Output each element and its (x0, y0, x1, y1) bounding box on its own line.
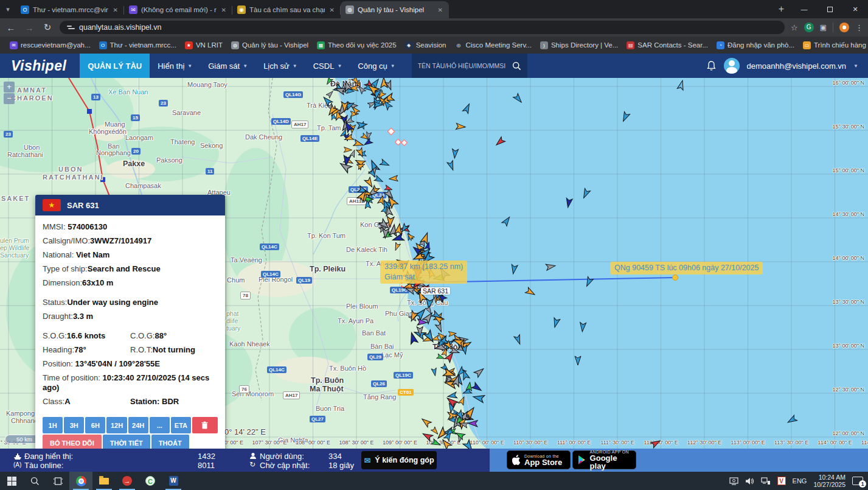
selected-ship-map-label[interactable]: SAR 631 (421, 287, 450, 295)
v-tray-app-icon[interactable]: V (777, 477, 786, 485)
ship-marker[interactable] (436, 354, 445, 361)
taskbar-chrome-button[interactable] (69, 472, 92, 490)
ship-marker[interactable] (584, 277, 593, 288)
ship-marker[interactable] (431, 427, 440, 436)
feedback-button[interactable]: ✉ Ý kiến đóng góp (361, 451, 437, 469)
zoom-in-button[interactable]: + (4, 82, 15, 93)
ship-search-input[interactable] (418, 62, 512, 69)
ship-marker[interactable] (431, 439, 442, 447)
tab-search-icon[interactable]: ▾ (0, 1, 16, 17)
history-button-[interactable]: ... (150, 417, 170, 433)
new-tab-button[interactable]: + (771, 4, 791, 15)
bookmark-item[interactable]: ▤SAR Contacts - Sear... (623, 40, 712, 51)
action-button-th-i-ti-t[interactable]: THỜI TIẾT (103, 435, 150, 449)
map-canvas[interactable]: 16° 00' 00" N15° 30' 00" N15° 00' 00" N1… (0, 78, 868, 449)
maximize-button[interactable] (817, 0, 842, 18)
history-button-1h[interactable]: 1H (43, 417, 63, 433)
search-icon[interactable] (512, 61, 521, 71)
ship-marker[interactable] (422, 431, 433, 441)
bookmark-item[interactable]: ◔Đăng nhập văn phò... (713, 40, 798, 51)
ship-marker[interactable] (502, 215, 512, 226)
ship-marker[interactable] (406, 232, 414, 240)
bookmark-item[interactable]: ✉rescuevietnam@yah... (6, 40, 94, 51)
ship-marker[interactable] (344, 147, 352, 153)
taskbar-explorer-button[interactable] (92, 472, 116, 490)
action-button-tho-t[interactable]: THOÁT (151, 435, 189, 449)
bookmark-item[interactable]: ◎Cisco Meeting Serv... (451, 40, 535, 51)
ship-marker[interactable] (380, 159, 390, 168)
ship-marker[interactable] (357, 85, 366, 94)
googleplay-badge[interactable]: ANDROID APP ON Google play (572, 450, 636, 469)
taskbar-green-app-button[interactable]: C (139, 472, 162, 490)
ship-marker[interactable] (431, 368, 438, 376)
network-icon[interactable] (761, 477, 771, 485)
ship-marker[interactable] (456, 123, 466, 130)
ship-marker[interactable] (473, 393, 485, 403)
url-omnibox[interactable]: quanlytau.ais.vishipel.vn (60, 21, 785, 34)
ship-marker[interactable] (463, 103, 472, 114)
ship-marker[interactable] (374, 175, 384, 184)
ship-marker[interactable] (575, 356, 581, 365)
bookmark-item[interactable]: OThư - vietnam.mrcc... (95, 40, 180, 51)
tab-close-icon[interactable]: ✕ (112, 7, 119, 13)
brand-logo[interactable]: Vishipel (0, 58, 80, 74)
history-button-6h[interactable]: 6H (85, 417, 105, 433)
ship-marker[interactable] (786, 415, 797, 425)
ship-marker[interactable] (471, 382, 483, 393)
ship-marker[interactable] (474, 366, 485, 377)
profile-avatar-icon[interactable] (839, 23, 849, 32)
ship-marker[interactable] (579, 323, 586, 332)
ship-marker[interactable] (510, 264, 518, 275)
menu-item-qu-n-l-t-u[interactable]: QUẢN LÝ TÀU (80, 54, 150, 78)
ship-marker[interactable] (326, 89, 335, 98)
ship-marker[interactable] (565, 198, 572, 208)
taskbar-red-app-button[interactable]: → (116, 472, 139, 490)
grammarly-extension-icon[interactable]: G (804, 23, 814, 32)
ship-marker[interactable] (389, 175, 398, 182)
bookmark-item[interactable]: ◍Quản lý tàu - Vishipel (227, 40, 312, 51)
menu-item-l-ch-s-[interactable]: Lịch sử▼ (255, 54, 305, 78)
menu-item-csdl[interactable]: CSDL▼ (305, 54, 350, 78)
browser-tab[interactable]: ◍Quản lý tàu - Vishipel✕ (341, 1, 449, 18)
bookmark-item[interactable]: ▭Trình chiếu hàng ng... (799, 40, 868, 51)
extensions-puzzle-icon[interactable]: ▣ (820, 23, 827, 32)
ship-marker[interactable] (393, 242, 400, 251)
ship-marker[interactable] (495, 137, 505, 147)
menu-item-gi-m-s-t[interactable]: Giám sát▼ (200, 54, 255, 78)
ship-marker[interactable] (424, 330, 437, 344)
browser-tab[interactable]: ✉(Không có email mới) - rescuevi✕ (124, 1, 232, 18)
taskbar-clock[interactable]: 10:24 AM 10/27/2025 (813, 474, 845, 488)
ship-marker[interactable] (620, 112, 630, 123)
taskbar-word-button[interactable]: W (162, 472, 185, 490)
popup-header[interactable]: ★ SAR 631 (35, 195, 225, 215)
remote-device-icon[interactable] (729, 477, 738, 485)
history-button-3h[interactable]: 3H (64, 417, 84, 433)
bookmark-item[interactable]: ◈Seavision (401, 40, 450, 51)
minimize-button[interactable]: — (791, 0, 817, 18)
ship-marker[interactable] (552, 318, 560, 328)
ship-marker[interactable] (451, 149, 458, 159)
volume-icon[interactable] (745, 477, 754, 485)
ship-marker[interactable] (514, 335, 523, 346)
bookmark-star-icon[interactable]: ☆ (791, 23, 798, 32)
close-button[interactable]: ✕ (842, 0, 868, 18)
browser-menu-icon[interactable]: ⋮ (855, 23, 863, 32)
user-avatar[interactable] (724, 58, 740, 74)
ship-marker[interactable] (581, 189, 590, 200)
ship-marker[interactable] (468, 420, 477, 427)
task-view-button[interactable] (46, 472, 69, 490)
ship-marker[interactable] (436, 323, 444, 333)
ship-marker[interactable] (513, 93, 524, 104)
chevron-down-icon[interactable]: ▼ (853, 63, 858, 69)
notifications-bell-icon[interactable] (706, 60, 717, 71)
ship-marker[interactable] (546, 263, 556, 270)
back-icon[interactable]: ← (5, 23, 17, 33)
ship-marker[interactable] (364, 177, 375, 189)
ship-marker[interactable] (447, 161, 456, 172)
browser-tab[interactable]: ◉Tàu cá chìm sau va chạm tại vùn✕ (232, 1, 341, 18)
history-button-24h[interactable]: 24H (128, 417, 148, 433)
zoom-out-button[interactable]: − (4, 93, 15, 104)
delete-track-button[interactable] (192, 417, 218, 433)
history-button-eta[interactable]: ETA (171, 417, 191, 433)
ship-marker[interactable] (650, 438, 661, 448)
